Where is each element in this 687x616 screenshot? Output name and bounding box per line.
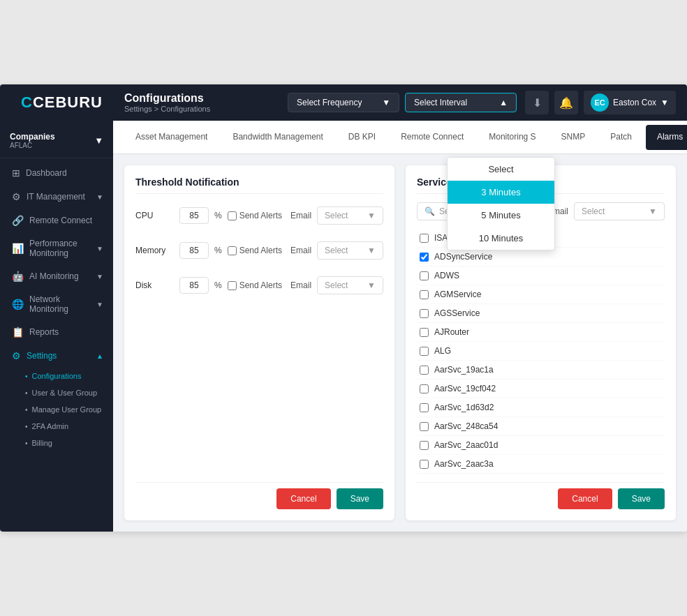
sidebar-sub-user-group[interactable]: User & User Group (0, 384, 113, 401)
memory-label: Memory (135, 246, 174, 255)
service-item-aarsvc-19ac1a: AarSvc_19ac1a (417, 361, 665, 380)
aarsvc-1d63d2-checkbox[interactable] (420, 403, 429, 412)
sidebar-item-remote-connect[interactable]: 🔗 Remote Connect (0, 209, 113, 232)
service-item-agmservice: AGMService (417, 285, 665, 304)
sidebar-item-ai-monitoring[interactable]: 🤖 AI Monitoring ▼ (0, 264, 113, 288)
tab-alarms[interactable]: Alarms (646, 125, 687, 150)
sidebar-item-reports[interactable]: 📋 Reports (0, 320, 113, 344)
tab-db-kpi[interactable]: DB KPI (337, 125, 387, 150)
aarsvc-19cf042-checkbox[interactable] (420, 384, 429, 393)
sidebar-sub-configurations[interactable]: Configurations (0, 368, 113, 384)
sidebar-item-it-management[interactable]: ⚙ IT Management ▼ (0, 185, 113, 209)
aarsvc-2aac01d-checkbox[interactable] (420, 441, 429, 450)
cpu-input[interactable] (179, 207, 209, 224)
threshold-save-button[interactable]: Save (337, 488, 383, 509)
sidebar-sub-2fa-admin[interactable]: 2FA Admin (0, 418, 113, 435)
tab-remote-connect[interactable]: Remote Connect (390, 125, 475, 150)
sidebar-item-network-monitoring[interactable]: 🌐 Network Monitoring ▼ (0, 288, 113, 320)
service-cancel-button[interactable]: Cancel (558, 488, 612, 509)
dropdown-item-select[interactable]: Select (448, 158, 554, 181)
sidebar-company[interactable]: Companies AFLAC ▼ (0, 126, 113, 155)
service-item-aarsvc-1d63d2: AarSvc_1d63d2 (417, 398, 665, 417)
reports-icon: 📋 (12, 326, 24, 338)
sidebar-item-dashboard[interactable]: ⊞ Dashboard (0, 161, 113, 185)
dropdown-item-3min[interactable]: 3 Minutes (448, 181, 554, 204)
logo-sidebar-area: CCEBURU (11, 93, 116, 112)
cpu-checkbox[interactable] (228, 211, 237, 220)
disk-email-select[interactable]: Select ▼ (317, 276, 383, 294)
sidebar-item-performance-monitoring[interactable]: 📊 Performance Monitoring ▼ (0, 232, 113, 264)
alg-checkbox[interactable] (420, 347, 429, 356)
tab-patch[interactable]: Patch (599, 125, 643, 150)
ai-monitoring-icon: 🤖 (12, 271, 24, 282)
service-item-aarsvc-248ca54: AarSvc_248ca54 (417, 417, 665, 436)
service-item-adsynccservice: ADSyncService (417, 248, 665, 266)
network-monitoring-icon: 🌐 (12, 299, 24, 310)
sidebar-divider (0, 158, 113, 158)
service-email-select[interactable]: Select ▼ (574, 202, 665, 220)
isascore-checkbox[interactable] (420, 234, 429, 243)
tab-monitoring-s[interactable]: Monitoring S (478, 125, 547, 150)
service-item-aarsvc-2aac01d: AarSvc_2aac01d (417, 436, 665, 455)
cpu-send-alerts[interactable]: Send Alerts (228, 211, 282, 220)
threshold-cancel-button[interactable]: Cancel (276, 488, 330, 509)
sidebar-sub-billing[interactable]: Billing (0, 435, 113, 451)
download-button[interactable]: ⬇ (525, 91, 549, 114)
main-layout: Companies AFLAC ▼ ⊞ Dashboard ⚙ IT Manag… (0, 121, 687, 532)
disk-checkbox[interactable] (228, 281, 237, 290)
cpu-label: CPU (135, 211, 174, 220)
avatar: EC (591, 93, 609, 112)
agmservice-checkbox[interactable] (420, 290, 429, 299)
frequency-select[interactable]: Select Frequency ▼ (288, 93, 399, 112)
memory-percent: % (214, 246, 222, 255)
service-item-adws: ADWS (417, 266, 665, 285)
threshold-row-cpu: CPU % Send Alerts Email Select ▼ (135, 202, 383, 229)
service-status-footer: Cancel Save (417, 482, 665, 509)
cpu-email-select[interactable]: Select ▼ (317, 206, 383, 225)
page-content: Threshold Notification CPU % Send Alerts… (113, 154, 687, 532)
app-wrapper: CCEBURU Configurations Settings > Config… (0, 0, 687, 616)
adws-checkbox[interactable] (420, 271, 429, 280)
memory-send-alerts[interactable]: Send Alerts (228, 246, 282, 255)
tabs-bar: Asset Management Bandwidth Management DB… (113, 121, 687, 154)
header-icons: ⬇ 🔔 EC Easton Cox ▼ (525, 91, 676, 114)
dropdown-item-5min[interactable]: 5 Minutes (448, 204, 554, 227)
header-center: Configurations Settings > Configurations… (124, 92, 517, 113)
cpu-percent: % (214, 211, 222, 220)
tab-asset-management[interactable]: Asset Management (124, 125, 219, 150)
aarsvc-248ca54-checkbox[interactable] (420, 422, 429, 431)
page-title: Configurations (124, 92, 210, 105)
service-item-alg: ALG (417, 342, 665, 361)
interval-dropdown[interactable]: Select 3 Minutes 5 Minutes 10 Minutes (447, 157, 555, 250)
ajrouter-checkbox[interactable] (420, 328, 429, 337)
tab-bandwidth-management[interactable]: Bandwidth Management (221, 125, 334, 150)
settings-icon: ⚙ (12, 350, 21, 361)
user-menu-button[interactable]: EC Easton Cox ▼ (584, 91, 676, 114)
notifications-button[interactable]: 🔔 (554, 91, 578, 114)
service-item-aarsvc-2aac3a: AarSvc_2aac3a (417, 455, 665, 474)
app-container: CCEBURU Configurations Settings > Config… (0, 84, 687, 532)
memory-email-select[interactable]: Select ▼ (317, 241, 383, 260)
interval-select[interactable]: Select Interval ▲ (405, 93, 517, 112)
dashboard-icon: ⊞ (12, 167, 20, 179)
top-header: CCEBURU Configurations Settings > Config… (0, 84, 687, 121)
memory-input[interactable] (179, 242, 209, 259)
adsynccservice-checkbox[interactable] (420, 253, 429, 262)
agsservice-checkbox[interactable] (420, 309, 429, 318)
header-title-area: Configurations Settings > Configurations (124, 92, 210, 113)
disk-send-alerts[interactable]: Send Alerts (228, 280, 282, 290)
sidebar: Companies AFLAC ▼ ⊞ Dashboard ⚙ IT Manag… (0, 121, 113, 532)
aarsvc-19ac1a-checkbox[interactable] (420, 366, 429, 375)
it-management-icon: ⚙ (12, 191, 21, 202)
aarsvc-2aac3a-checkbox[interactable] (420, 460, 429, 469)
dropdown-item-10min[interactable]: 10 Minutes (448, 227, 554, 250)
memory-checkbox[interactable] (228, 246, 237, 255)
disk-percent: % (214, 280, 222, 290)
sidebar-sub-manage-user-group[interactable]: Manage User Group (0, 401, 113, 418)
threshold-panel-footer: Cancel Save (135, 482, 383, 509)
breadcrumb: Settings > Configurations (124, 105, 210, 113)
sidebar-item-settings[interactable]: ⚙ Settings ▲ (0, 344, 113, 368)
disk-input[interactable] (179, 277, 209, 294)
service-save-button[interactable]: Save (618, 488, 665, 509)
tab-snmp[interactable]: SNMP (550, 125, 597, 150)
